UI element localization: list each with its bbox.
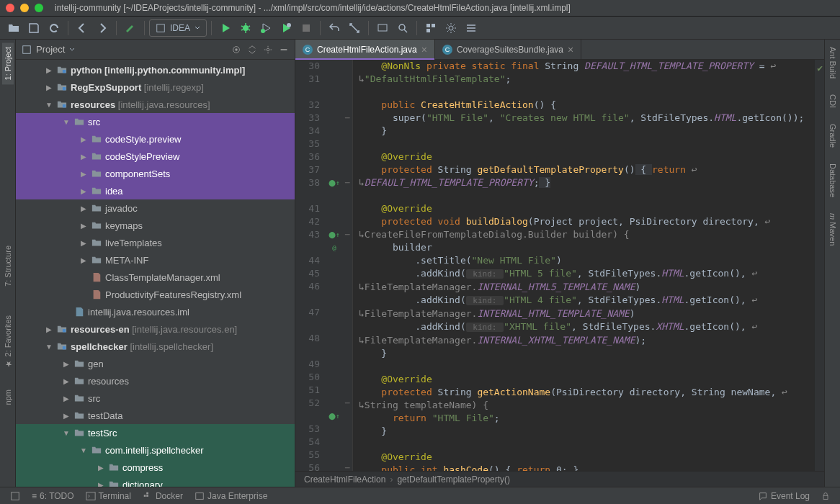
expand-arrow-icon[interactable]: ▼ xyxy=(45,101,53,109)
minimize-window-button[interactable] xyxy=(20,4,29,12)
stop-button[interactable] xyxy=(297,19,316,37)
tree-node[interactable]: intellij.java.resources.iml xyxy=(16,303,295,320)
expand-arrow-icon[interactable]: ▶ xyxy=(62,412,71,420)
tool-window-list-button[interactable] xyxy=(6,491,24,501)
tree-node[interactable]: ▼src xyxy=(16,113,295,130)
expand-arrow-icon[interactable]: ▶ xyxy=(62,377,71,385)
expand-arrow-icon[interactable]: ▶ xyxy=(45,66,53,74)
tree-node[interactable]: ▶codeStylePreview xyxy=(16,148,295,165)
tab-structure[interactable]: 7: Structure xyxy=(2,241,14,291)
expand-arrow-icon[interactable]: ▶ xyxy=(79,170,88,178)
expand-all-button[interactable] xyxy=(247,45,257,55)
tree-node[interactable]: ▶liveTemplates xyxy=(16,234,295,251)
back-button[interactable] xyxy=(73,19,91,37)
tree-node[interactable]: ▶javadoc xyxy=(16,199,295,217)
open-file-button[interactable] xyxy=(4,19,23,37)
tree-node[interactable]: ClassTemplateManager.xml xyxy=(16,269,295,286)
project-panel-title[interactable]: Project xyxy=(22,44,227,55)
tree-node[interactable]: ▶dictionary xyxy=(16,476,295,487)
terminal-tab[interactable]: Terminal xyxy=(81,491,135,501)
code-content[interactable]: @NonNls private static final String DEFA… xyxy=(353,60,814,471)
profile-button[interactable] xyxy=(277,19,295,37)
tree-node[interactable]: ▼testSrc xyxy=(16,424,295,441)
tree-node[interactable]: ProductivityFeaturesRegistry.xml xyxy=(16,286,295,303)
tab-gradle[interactable]: Gradle xyxy=(827,120,839,152)
breadcrumb-class[interactable]: CreateHtmlFileAction xyxy=(304,474,385,485)
expand-arrow-icon[interactable]: ▶ xyxy=(79,239,88,247)
tree-node[interactable]: ▶componentSets xyxy=(16,165,295,182)
vcs-commit-button[interactable] xyxy=(345,19,364,37)
tab-maven[interactable]: m Maven xyxy=(827,209,839,250)
close-window-button[interactable] xyxy=(6,4,14,12)
vcs-update-button[interactable] xyxy=(325,19,344,37)
tree-node[interactable]: ▶codeStyle.preview xyxy=(16,130,295,148)
close-tab-button[interactable]: × xyxy=(421,44,427,55)
java-ee-tab[interactable]: Java Enterprise xyxy=(190,491,272,501)
select-opened-file-button[interactable] xyxy=(231,45,241,55)
expand-arrow-icon[interactable]: ▶ xyxy=(79,222,88,230)
tree-node[interactable]: ▶keymaps xyxy=(16,217,295,234)
expand-arrow-icon[interactable]: ▼ xyxy=(62,429,71,437)
tree-node[interactable]: ▶testData xyxy=(16,407,295,424)
expand-arrow-icon[interactable]: ▶ xyxy=(62,395,71,402)
tab-database[interactable]: Database xyxy=(827,159,839,202)
tree-node[interactable]: ▼spellchecker [intellij.spellchecker] xyxy=(16,338,295,355)
expand-arrow-icon[interactable]: ▶ xyxy=(79,204,88,212)
expand-arrow-icon[interactable]: ▶ xyxy=(45,325,53,333)
docker-tab[interactable]: Docker xyxy=(138,491,187,501)
tree-node[interactable]: ▶gen xyxy=(16,355,295,372)
tree-node[interactable]: ▶src xyxy=(16,390,295,407)
expand-arrow-icon[interactable]: ▶ xyxy=(79,256,88,264)
fold-gutter[interactable]: − − − − − xyxy=(343,60,353,471)
expand-arrow-icon[interactable]: ▼ xyxy=(45,343,53,351)
expand-arrow-icon[interactable]: ▼ xyxy=(62,118,71,126)
code-editor[interactable]: 3031 32333435363738 414243 444546 47 48 … xyxy=(295,60,824,471)
expand-arrow-icon[interactable]: ▶ xyxy=(79,153,88,161)
tab-project[interactable]: 1: Project xyxy=(2,42,14,84)
search-button[interactable] xyxy=(393,19,412,37)
debug-button[interactable] xyxy=(236,19,255,37)
expand-arrow-icon[interactable]: ▼ xyxy=(79,446,88,454)
editor-tab[interactable]: CCoverageSuitesBundle.java× xyxy=(435,40,581,59)
expand-arrow-icon[interactable]: ▶ xyxy=(97,464,105,472)
expand-arrow-icon[interactable]: ▶ xyxy=(62,360,71,368)
sync-button[interactable] xyxy=(45,19,63,37)
expand-arrow-icon[interactable]: ▶ xyxy=(79,135,88,143)
tree-node[interactable]: ▼resources [intellij.java.resources] xyxy=(16,96,295,113)
more-button[interactable] xyxy=(462,19,481,37)
tree-node[interactable]: ▶META-INF xyxy=(16,251,295,269)
hide-panel-button[interactable] xyxy=(279,45,289,55)
tree-node[interactable]: ▶idea xyxy=(16,182,295,199)
expand-arrow-icon[interactable]: ▶ xyxy=(79,187,88,195)
tree-node[interactable]: ▶python [intellij.python.community.impl] xyxy=(16,61,295,78)
project-tree[interactable]: ▶python [intellij.python.community.impl]… xyxy=(16,60,295,487)
tree-node[interactable]: ▶RegExpSupport [intellij.regexp] xyxy=(16,78,295,96)
tab-ant[interactable]: Ant Build xyxy=(827,42,839,83)
breadcrumb-method[interactable]: getDefaultTemplateProperty() xyxy=(397,474,510,485)
tab-npm[interactable]: npm xyxy=(2,385,14,409)
tree-node[interactable]: ▼com.intellij.spellchecker xyxy=(16,441,295,459)
run-button[interactable] xyxy=(216,19,235,37)
build-button[interactable] xyxy=(121,19,140,37)
code-with-me-button[interactable] xyxy=(373,19,392,37)
panel-settings-button[interactable] xyxy=(263,45,273,55)
tab-favorites[interactable]: ★2: Favorites xyxy=(1,311,14,373)
tree-node[interactable]: ▶resources-en [intellij.java.resources.e… xyxy=(16,320,295,338)
error-stripe[interactable]: ✔ xyxy=(814,60,824,471)
todo-tab[interactable]: ≡ 6: TODO xyxy=(27,491,79,501)
maximize-window-button[interactable] xyxy=(35,4,43,12)
expand-arrow-icon[interactable]: ▶ xyxy=(97,481,105,487)
tree-node[interactable]: ▶compress xyxy=(16,459,295,476)
tab-cdi[interactable]: CDI xyxy=(827,90,839,112)
forward-button[interactable] xyxy=(93,19,112,37)
status-lock-icon[interactable] xyxy=(817,492,834,500)
run-configuration-select[interactable]: IDEA xyxy=(149,19,207,37)
project-structure-button[interactable] xyxy=(421,19,440,37)
event-log-tab[interactable]: Event Log xyxy=(754,491,814,501)
settings-button[interactable] xyxy=(442,19,460,37)
expand-arrow-icon[interactable]: ▶ xyxy=(45,84,53,91)
close-tab-button[interactable]: × xyxy=(568,44,573,55)
coverage-button[interactable] xyxy=(256,19,275,37)
editor-tab[interactable]: CCreateHtmlFileAction.java× xyxy=(295,40,435,59)
save-all-button[interactable] xyxy=(24,19,43,37)
